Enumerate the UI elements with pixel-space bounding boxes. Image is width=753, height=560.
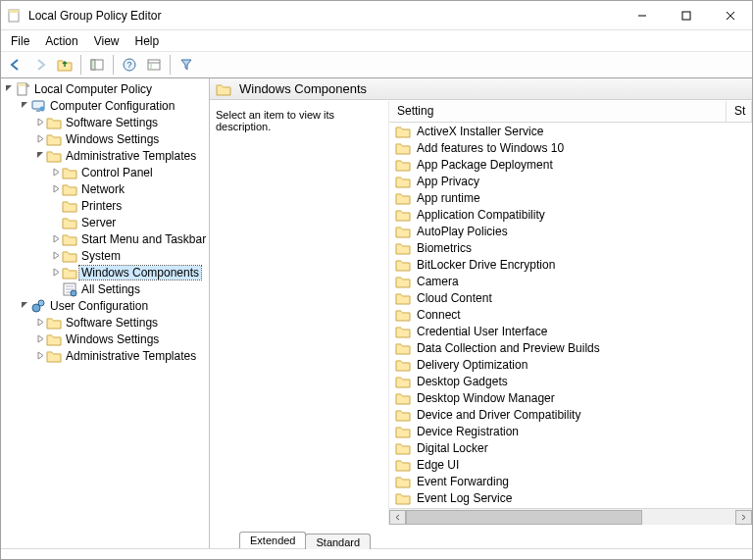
list-item[interactable]: Event Log Service: [389, 489, 752, 506]
tree-cc-network[interactable]: Network: [3, 180, 209, 197]
folder-icon: [46, 131, 62, 147]
list-item-label: Data Collection and Preview Builds: [417, 341, 600, 355]
show-hide-tree-button[interactable]: [86, 54, 108, 76]
menu-file[interactable]: File: [3, 32, 37, 50]
tree-user-configuration[interactable]: User Configuration: [3, 297, 209, 314]
menu-help[interactable]: Help: [127, 32, 168, 50]
tree-cc-printers[interactable]: Printers: [3, 197, 209, 214]
folder-icon: [216, 81, 231, 97]
list-item[interactable]: App runtime: [389, 189, 752, 206]
list-item[interactable]: Connect: [389, 306, 752, 323]
list-item[interactable]: Digital Locker: [389, 439, 752, 456]
tab-extended[interactable]: Extended: [239, 532, 306, 548]
list-item[interactable]: App Package Deployment: [389, 156, 752, 173]
tree-expander[interactable]: [50, 168, 62, 177]
maximize-button[interactable]: [664, 1, 708, 29]
list-item[interactable]: Add features to Windows 10: [389, 139, 752, 156]
nav-up-button[interactable]: [54, 54, 75, 76]
column-setting[interactable]: Setting: [389, 101, 727, 122]
list-item[interactable]: Credential User Interface: [389, 323, 752, 339]
minimize-button[interactable]: [620, 1, 664, 29]
help-button[interactable]: ?: [119, 54, 140, 76]
statusbar: [1, 548, 752, 559]
tree-expander[interactable]: [34, 118, 46, 127]
list-item[interactable]: Event Forwarding: [389, 473, 752, 489]
folder-icon: [46, 331, 62, 347]
tree-expander[interactable]: [19, 101, 30, 110]
scroll-thumb[interactable]: [406, 510, 642, 525]
tree-cc-software[interactable]: Software Settings: [3, 114, 209, 130]
list-item[interactable]: Desktop Window Manager: [389, 389, 752, 406]
tree-expander[interactable]: [50, 268, 62, 277]
list-item-label: Cloud Content: [417, 291, 492, 305]
list-item[interactable]: Cloud Content: [389, 289, 752, 306]
folder-icon: [395, 407, 411, 423]
list-item-label: Delivery Optimization: [417, 358, 527, 372]
tree-cc-system[interactable]: System: [3, 247, 209, 264]
tree-expander[interactable]: [34, 351, 46, 360]
folder-icon: [395, 257, 411, 273]
list-item[interactable]: AutoPlay Policies: [389, 223, 752, 239]
tree-expander[interactable]: [50, 234, 62, 243]
folder-icon: [395, 340, 411, 356]
folder-icon: [395, 440, 411, 456]
list-item[interactable]: Camera: [389, 273, 752, 289]
tree-cc-server[interactable]: Server: [3, 214, 209, 230]
list-item[interactable]: Device Registration: [389, 423, 752, 439]
tree-expander[interactable]: [34, 134, 46, 143]
list-item[interactable]: Edge UI: [389, 456, 752, 473]
tree-expander[interactable]: [50, 251, 62, 260]
tab-standard[interactable]: Standard: [305, 534, 371, 549]
folder-icon: [395, 457, 411, 473]
tree-cc-admin-templates[interactable]: Administrative Templates: [3, 147, 209, 164]
nav-forward-button[interactable]: [29, 54, 51, 76]
menu-view[interactable]: View: [86, 32, 127, 50]
close-button[interactable]: [708, 1, 752, 29]
properties-button[interactable]: [143, 54, 165, 76]
tree-expander[interactable]: [34, 151, 46, 160]
list-item[interactable]: Data Collection and Preview Builds: [389, 339, 752, 356]
scope-tree[interactable]: Local Computer PolicyComputer Configurat…: [1, 78, 210, 548]
menubar: File Action View Help: [1, 30, 752, 51]
filter-button[interactable]: [176, 54, 197, 76]
description-column: Select an item to view its description.: [210, 101, 389, 525]
tree-cc-control-panel[interactable]: Control Panel: [3, 164, 209, 180]
list-header[interactable]: Setting St: [389, 101, 752, 123]
tree-cc-windows-components[interactable]: Windows Components: [3, 264, 209, 280]
list-item-label: Application Compatibility: [417, 208, 545, 222]
tree-uc-admin-templates[interactable]: Administrative Templates: [3, 347, 209, 364]
list-item[interactable]: Device and Driver Compatibility: [389, 406, 752, 423]
view-tabs: Extended Standard: [210, 525, 752, 548]
tree-cc-all-settings[interactable]: All Settings: [3, 280, 209, 297]
scroll-right-button[interactable]: [735, 510, 752, 525]
sheet-icon: [62, 281, 77, 297]
list-item[interactable]: Desktop Gadgets: [389, 373, 752, 389]
tree-cc-start-menu[interactable]: Start Menu and Taskbar: [3, 230, 209, 247]
tree-computer-configuration[interactable]: Computer Configuration: [3, 97, 209, 114]
tree-uc-windows[interactable]: Windows Settings: [3, 331, 209, 347]
svg-text:?: ?: [126, 60, 131, 70]
horizontal-scrollbar[interactable]: [389, 508, 752, 525]
result-heading: Windows Components: [210, 78, 752, 100]
tree-expander[interactable]: [50, 184, 62, 193]
tree-uc-software[interactable]: Software Settings: [3, 314, 209, 331]
folder-icon: [62, 248, 77, 264]
folder-icon: [395, 224, 411, 239]
column-state[interactable]: St: [727, 101, 752, 122]
list-item[interactable]: ActiveX Installer Service: [389, 123, 752, 139]
tree-expander[interactable]: [34, 318, 46, 327]
list-item[interactable]: BitLocker Drive Encryption: [389, 256, 752, 273]
tree-cc-windows[interactable]: Windows Settings: [3, 130, 209, 147]
menu-action[interactable]: Action: [37, 32, 85, 50]
list-item[interactable]: Delivery Optimization: [389, 356, 752, 373]
scroll-left-button[interactable]: [389, 510, 406, 525]
list-item[interactable]: App Privacy: [389, 173, 752, 189]
list-item[interactable]: Application Compatibility: [389, 206, 752, 223]
tree-expander[interactable]: [19, 301, 30, 310]
tree-expander[interactable]: [3, 84, 15, 93]
list-item[interactable]: Biometrics: [389, 239, 752, 256]
nav-back-button[interactable]: [5, 54, 26, 76]
tree-root[interactable]: Local Computer Policy: [3, 80, 209, 97]
tree-expander[interactable]: [34, 334, 46, 343]
list-body[interactable]: ActiveX Installer ServiceAdd features to…: [389, 123, 752, 508]
